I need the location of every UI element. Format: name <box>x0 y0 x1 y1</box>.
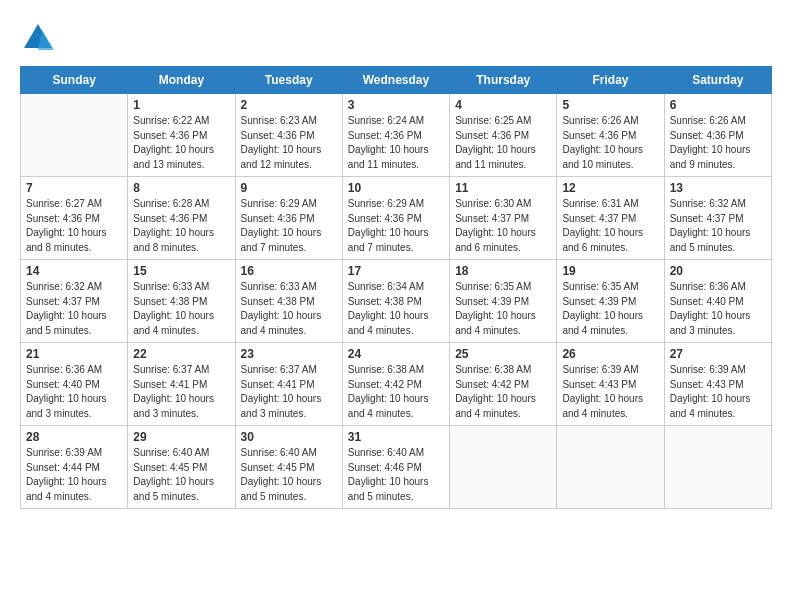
day-number: 24 <box>348 347 444 361</box>
day-number: 21 <box>26 347 122 361</box>
calendar-cell <box>557 426 664 509</box>
day-number: 31 <box>348 430 444 444</box>
day-number: 17 <box>348 264 444 278</box>
calendar-week-row: 7Sunrise: 6:27 AMSunset: 4:36 PMDaylight… <box>21 177 772 260</box>
day-info: Sunrise: 6:26 AMSunset: 4:36 PMDaylight:… <box>670 114 766 172</box>
calendar-cell: 9Sunrise: 6:29 AMSunset: 4:36 PMDaylight… <box>235 177 342 260</box>
calendar-cell: 21Sunrise: 6:36 AMSunset: 4:40 PMDayligh… <box>21 343 128 426</box>
day-info: Sunrise: 6:32 AMSunset: 4:37 PMDaylight:… <box>670 197 766 255</box>
day-info: Sunrise: 6:29 AMSunset: 4:36 PMDaylight:… <box>348 197 444 255</box>
day-info: Sunrise: 6:33 AMSunset: 4:38 PMDaylight:… <box>133 280 229 338</box>
calendar-cell: 8Sunrise: 6:28 AMSunset: 4:36 PMDaylight… <box>128 177 235 260</box>
day-of-week-header: Saturday <box>664 67 771 94</box>
day-number: 15 <box>133 264 229 278</box>
day-number: 4 <box>455 98 551 112</box>
day-info: Sunrise: 6:25 AMSunset: 4:36 PMDaylight:… <box>455 114 551 172</box>
calendar-week-row: 14Sunrise: 6:32 AMSunset: 4:37 PMDayligh… <box>21 260 772 343</box>
day-number: 8 <box>133 181 229 195</box>
day-info: Sunrise: 6:28 AMSunset: 4:36 PMDaylight:… <box>133 197 229 255</box>
day-of-week-header: Wednesday <box>342 67 449 94</box>
calendar-cell: 17Sunrise: 6:34 AMSunset: 4:38 PMDayligh… <box>342 260 449 343</box>
calendar-cell: 4Sunrise: 6:25 AMSunset: 4:36 PMDaylight… <box>450 94 557 177</box>
calendar-cell: 29Sunrise: 6:40 AMSunset: 4:45 PMDayligh… <box>128 426 235 509</box>
calendar-cell: 31Sunrise: 6:40 AMSunset: 4:46 PMDayligh… <box>342 426 449 509</box>
day-info: Sunrise: 6:26 AMSunset: 4:36 PMDaylight:… <box>562 114 658 172</box>
calendar-cell: 30Sunrise: 6:40 AMSunset: 4:45 PMDayligh… <box>235 426 342 509</box>
day-number: 10 <box>348 181 444 195</box>
day-number: 29 <box>133 430 229 444</box>
day-info: Sunrise: 6:39 AMSunset: 4:43 PMDaylight:… <box>670 363 766 421</box>
day-number: 26 <box>562 347 658 361</box>
day-info: Sunrise: 6:29 AMSunset: 4:36 PMDaylight:… <box>241 197 337 255</box>
day-info: Sunrise: 6:37 AMSunset: 4:41 PMDaylight:… <box>241 363 337 421</box>
day-of-week-header: Tuesday <box>235 67 342 94</box>
calendar-cell: 6Sunrise: 6:26 AMSunset: 4:36 PMDaylight… <box>664 94 771 177</box>
day-number: 25 <box>455 347 551 361</box>
calendar-cell: 1Sunrise: 6:22 AMSunset: 4:36 PMDaylight… <box>128 94 235 177</box>
day-of-week-header: Sunday <box>21 67 128 94</box>
logo <box>20 20 60 56</box>
calendar-cell: 26Sunrise: 6:39 AMSunset: 4:43 PMDayligh… <box>557 343 664 426</box>
calendar-table: SundayMondayTuesdayWednesdayThursdayFrid… <box>20 66 772 509</box>
calendar-week-row: 21Sunrise: 6:36 AMSunset: 4:40 PMDayligh… <box>21 343 772 426</box>
calendar-cell: 24Sunrise: 6:38 AMSunset: 4:42 PMDayligh… <box>342 343 449 426</box>
day-info: Sunrise: 6:35 AMSunset: 4:39 PMDaylight:… <box>562 280 658 338</box>
day-number: 27 <box>670 347 766 361</box>
page-header <box>20 20 772 56</box>
day-info: Sunrise: 6:39 AMSunset: 4:43 PMDaylight:… <box>562 363 658 421</box>
calendar-header-row: SundayMondayTuesdayWednesdayThursdayFrid… <box>21 67 772 94</box>
calendar-cell: 5Sunrise: 6:26 AMSunset: 4:36 PMDaylight… <box>557 94 664 177</box>
day-number: 30 <box>241 430 337 444</box>
day-number: 28 <box>26 430 122 444</box>
day-number: 23 <box>241 347 337 361</box>
calendar-cell: 23Sunrise: 6:37 AMSunset: 4:41 PMDayligh… <box>235 343 342 426</box>
day-info: Sunrise: 6:38 AMSunset: 4:42 PMDaylight:… <box>455 363 551 421</box>
day-number: 13 <box>670 181 766 195</box>
day-number: 20 <box>670 264 766 278</box>
day-number: 3 <box>348 98 444 112</box>
calendar-cell: 2Sunrise: 6:23 AMSunset: 4:36 PMDaylight… <box>235 94 342 177</box>
day-number: 6 <box>670 98 766 112</box>
calendar-cell: 19Sunrise: 6:35 AMSunset: 4:39 PMDayligh… <box>557 260 664 343</box>
day-info: Sunrise: 6:33 AMSunset: 4:38 PMDaylight:… <box>241 280 337 338</box>
day-info: Sunrise: 6:40 AMSunset: 4:45 PMDaylight:… <box>241 446 337 504</box>
day-of-week-header: Thursday <box>450 67 557 94</box>
calendar-cell: 7Sunrise: 6:27 AMSunset: 4:36 PMDaylight… <box>21 177 128 260</box>
day-info: Sunrise: 6:35 AMSunset: 4:39 PMDaylight:… <box>455 280 551 338</box>
calendar-cell: 22Sunrise: 6:37 AMSunset: 4:41 PMDayligh… <box>128 343 235 426</box>
day-number: 2 <box>241 98 337 112</box>
day-info: Sunrise: 6:37 AMSunset: 4:41 PMDaylight:… <box>133 363 229 421</box>
day-number: 9 <box>241 181 337 195</box>
calendar-cell: 10Sunrise: 6:29 AMSunset: 4:36 PMDayligh… <box>342 177 449 260</box>
calendar-cell <box>450 426 557 509</box>
calendar-cell: 12Sunrise: 6:31 AMSunset: 4:37 PMDayligh… <box>557 177 664 260</box>
calendar-cell: 11Sunrise: 6:30 AMSunset: 4:37 PMDayligh… <box>450 177 557 260</box>
calendar-cell: 28Sunrise: 6:39 AMSunset: 4:44 PMDayligh… <box>21 426 128 509</box>
day-info: Sunrise: 6:27 AMSunset: 4:36 PMDaylight:… <box>26 197 122 255</box>
day-number: 16 <box>241 264 337 278</box>
calendar-cell: 25Sunrise: 6:38 AMSunset: 4:42 PMDayligh… <box>450 343 557 426</box>
day-number: 11 <box>455 181 551 195</box>
calendar-cell: 15Sunrise: 6:33 AMSunset: 4:38 PMDayligh… <box>128 260 235 343</box>
day-number: 14 <box>26 264 122 278</box>
calendar-cell: 20Sunrise: 6:36 AMSunset: 4:40 PMDayligh… <box>664 260 771 343</box>
logo-icon <box>20 20 56 56</box>
calendar-cell <box>664 426 771 509</box>
day-number: 19 <box>562 264 658 278</box>
calendar-cell <box>21 94 128 177</box>
day-info: Sunrise: 6:40 AMSunset: 4:45 PMDaylight:… <box>133 446 229 504</box>
calendar-cell: 3Sunrise: 6:24 AMSunset: 4:36 PMDaylight… <box>342 94 449 177</box>
day-number: 12 <box>562 181 658 195</box>
day-info: Sunrise: 6:30 AMSunset: 4:37 PMDaylight:… <box>455 197 551 255</box>
day-info: Sunrise: 6:34 AMSunset: 4:38 PMDaylight:… <box>348 280 444 338</box>
day-info: Sunrise: 6:31 AMSunset: 4:37 PMDaylight:… <box>562 197 658 255</box>
calendar-cell: 16Sunrise: 6:33 AMSunset: 4:38 PMDayligh… <box>235 260 342 343</box>
day-number: 18 <box>455 264 551 278</box>
day-number: 22 <box>133 347 229 361</box>
day-info: Sunrise: 6:36 AMSunset: 4:40 PMDaylight:… <box>26 363 122 421</box>
calendar-cell: 13Sunrise: 6:32 AMSunset: 4:37 PMDayligh… <box>664 177 771 260</box>
day-number: 1 <box>133 98 229 112</box>
day-number: 5 <box>562 98 658 112</box>
day-info: Sunrise: 6:36 AMSunset: 4:40 PMDaylight:… <box>670 280 766 338</box>
day-info: Sunrise: 6:39 AMSunset: 4:44 PMDaylight:… <box>26 446 122 504</box>
